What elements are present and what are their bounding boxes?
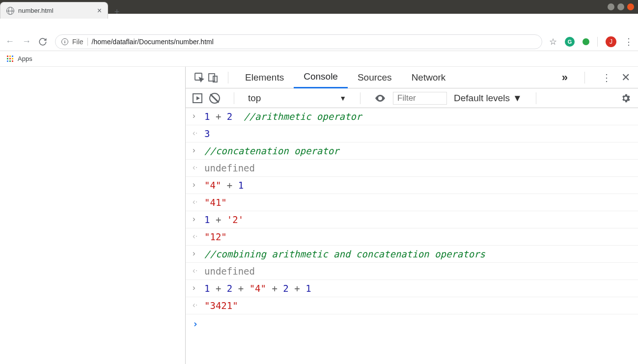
devtools-tab-network[interactable]: Network	[402, 67, 456, 88]
console-prompt[interactable]: ›	[186, 314, 638, 333]
chevron-left-icon: ‹·	[193, 163, 199, 172]
console-input-row: ›//concatenation operator	[186, 142, 638, 160]
page-content	[0, 67, 186, 364]
extension-grammarly-icon[interactable]: G	[565, 37, 575, 47]
new-tab-button[interactable]: +	[110, 5, 124, 19]
console-expression: 1 + 2 + "4" + 2 + 1	[204, 283, 311, 294]
tab-close-icon[interactable]: ×	[97, 6, 102, 15]
browser-toolbar: ← → i File /home/dataflair/Documents/num…	[0, 32, 638, 51]
console-expression: //combining arithmetic and concatenation…	[204, 249, 485, 259]
forward-button[interactable]: →	[22, 36, 31, 47]
console-expression: "4" + 1	[204, 180, 244, 191]
chevron-left-icon: ‹·	[193, 197, 199, 207]
dropdown-caret-icon: ▼	[339, 94, 346, 102]
console-expression: "3421"	[204, 300, 238, 311]
console-output-row: ‹·undefined	[186, 160, 638, 177]
devtools-tab-elements[interactable]: Elements	[235, 67, 294, 88]
globe-icon	[6, 7, 14, 15]
console-expression: 1 + '2'	[204, 214, 244, 225]
console-toolbar: top ▼ Default levels ▼	[186, 88, 638, 108]
levels-label: Default levels	[454, 93, 510, 104]
chevron-left-icon: ‹·	[193, 266, 199, 276]
chevron-right-icon: ›	[193, 214, 199, 224]
console-output-row: ‹·undefined	[186, 263, 638, 280]
devtools-separator	[584, 72, 585, 84]
console-separator	[234, 92, 234, 104]
more-tabs-icon[interactable]: »	[562, 71, 568, 84]
console-expression: undefined	[204, 163, 255, 173]
tab-title: number.html	[18, 7, 93, 14]
apps-icon[interactable]	[7, 56, 14, 62]
filter-input[interactable]	[393, 92, 447, 105]
chevron-left-icon: ‹·	[193, 231, 199, 241]
apps-label[interactable]: Apps	[18, 55, 32, 62]
bookmark-star-icon[interactable]: ☆	[549, 36, 557, 47]
console-expression: "12"	[204, 231, 227, 242]
console-output-row: ‹·3	[186, 125, 638, 142]
console-expression: "41"	[204, 197, 227, 208]
reload-button[interactable]	[38, 37, 48, 46]
console-input-row: ›1 + '2'	[186, 211, 638, 228]
console-expression: 1 + 2 //arithmetic operator	[204, 111, 361, 122]
console-expression: undefined	[204, 266, 255, 277]
address-bar[interactable]: i File /home/dataflair/Documents/number.…	[55, 34, 542, 49]
devtools-tab-sources[interactable]: Sources	[348, 67, 402, 88]
site-info-icon[interactable]: i	[61, 38, 68, 45]
console-input-row: ›1 + 2 //arithmetic operator	[186, 108, 638, 125]
console-settings-icon[interactable]	[620, 93, 631, 104]
console-output-row: ‹·"12"	[186, 228, 638, 246]
console-separator	[360, 92, 361, 104]
back-button[interactable]: ←	[5, 36, 15, 47]
chevron-left-icon: ‹·	[193, 128, 199, 138]
browser-tab[interactable]: number.html ×	[0, 2, 108, 19]
window-close-button[interactable]	[627, 3, 634, 10]
console-output[interactable]: ›1 + 2 //arithmetic operator‹·3›//concat…	[186, 108, 638, 364]
svg-point-3	[379, 97, 381, 99]
console-input-row: ›"4" + 1	[186, 177, 638, 194]
main-area: ElementsConsoleSourcesNetwork » ⋮ ✕ top …	[0, 67, 638, 364]
chevron-right-icon: ›	[193, 283, 199, 293]
log-levels-selector[interactable]: Default levels ▼	[454, 93, 522, 104]
console-output-row: ‹·"41"	[186, 194, 638, 211]
console-input-row: ›1 + 2 + "4" + 2 + 1	[186, 280, 638, 297]
console-separator	[536, 92, 536, 104]
console-expression: //concatenation operator	[204, 145, 339, 156]
devtools-separator	[228, 72, 228, 84]
chevron-right-icon: ›	[193, 111, 199, 121]
devtools-tabbar: ElementsConsoleSourcesNetwork » ⋮ ✕	[186, 67, 638, 88]
extension-green-icon[interactable]	[583, 38, 589, 45]
browser-menu-icon[interactable]: ⋮	[624, 36, 633, 47]
chevron-right-icon: ›	[193, 249, 199, 258]
dropdown-caret-icon: ▼	[513, 93, 522, 104]
chevron-right-icon: ›	[193, 180, 199, 190]
chevron-right-icon: ›	[193, 145, 199, 155]
url-path: /home/dataflair/Documents/number.html	[92, 38, 214, 46]
window-maximize-button[interactable]	[617, 3, 624, 10]
devtools-close-icon[interactable]: ✕	[621, 71, 630, 84]
devtools-menu-icon[interactable]: ⋮	[602, 72, 611, 84]
browser-tabstrip: number.html × +	[0, 0, 124, 19]
toolbar-separator	[597, 37, 598, 47]
svg-rect-1	[209, 74, 215, 81]
window-minimize-button[interactable]	[608, 3, 614, 10]
console-expression: 3	[204, 128, 210, 139]
context-label: top	[248, 93, 261, 104]
context-selector[interactable]: top ▼	[248, 93, 346, 104]
devtools-tab-console[interactable]: Console	[294, 67, 348, 88]
url-scheme: File	[72, 38, 83, 46]
url-divider	[87, 38, 88, 46]
toggle-drawer-icon[interactable]	[193, 93, 202, 103]
bookmarks-bar: Apps	[0, 51, 638, 67]
live-expression-icon[interactable]	[374, 92, 386, 104]
toolbar-right: ☆ G J ⋮	[549, 36, 633, 47]
prompt-chevron-icon: ›	[193, 318, 198, 329]
chevron-left-icon: ‹·	[193, 300, 199, 310]
console-input-row: ›//combining arithmetic and concatenatio…	[186, 246, 638, 263]
clear-console-icon[interactable]	[209, 93, 220, 104]
profile-avatar[interactable]: J	[606, 36, 616, 47]
devtools-panel: ElementsConsoleSourcesNetwork » ⋮ ✕ top …	[186, 67, 638, 364]
device-toggle-icon[interactable]	[207, 72, 221, 84]
console-output-row: ‹·"3421"	[186, 297, 638, 314]
inspect-element-icon[interactable]	[194, 72, 207, 84]
